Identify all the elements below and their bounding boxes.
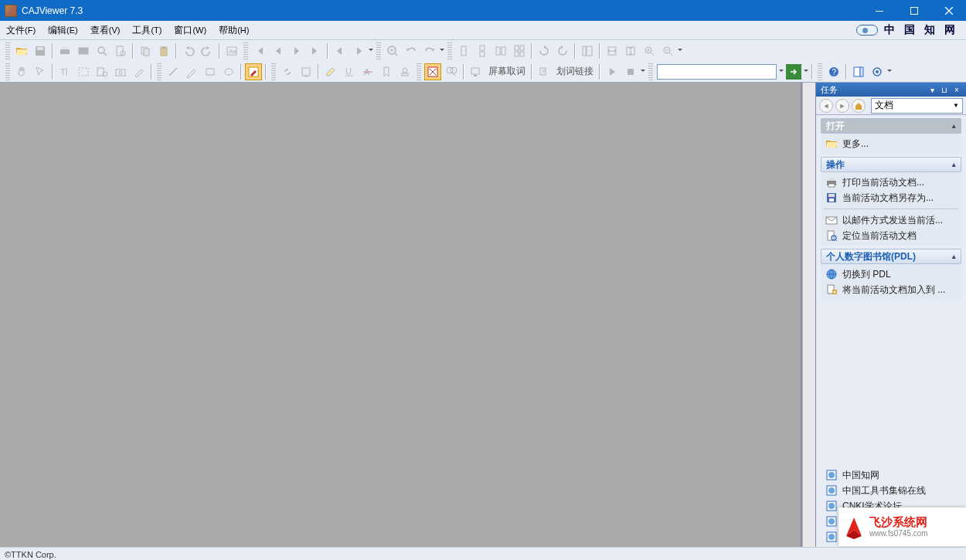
- grip-icon[interactable]: [376, 42, 381, 59]
- stop-button[interactable]: [622, 63, 639, 80]
- annotate-mode-button[interactable]: [245, 63, 262, 80]
- ops-locate-item[interactable]: 定位当前活动文档: [822, 228, 960, 243]
- rect-tool-button[interactable]: [202, 63, 219, 80]
- section-open-head[interactable]: 打开▴: [821, 118, 961, 134]
- ocr-select-button[interactable]: [94, 63, 111, 80]
- redo-button[interactable]: [199, 42, 216, 59]
- open-more-item[interactable]: 更多...: [822, 136, 960, 151]
- stamp-button[interactable]: [396, 63, 413, 80]
- grip-icon[interactable]: [818, 63, 822, 80]
- close-button[interactable]: [931, 0, 966, 21]
- menu-edit[interactable]: 编辑(E): [42, 21, 84, 40]
- menu-view[interactable]: 查看(V): [84, 21, 127, 40]
- help-button[interactable]: ?: [825, 63, 842, 80]
- continuous-page-button[interactable]: [474, 42, 491, 59]
- search-dropdown[interactable]: [778, 63, 784, 80]
- grip-icon[interactable]: [648, 63, 653, 80]
- hand-tool-button[interactable]: [13, 63, 30, 80]
- ellipse-tool-button[interactable]: [220, 63, 237, 80]
- zoom-out-button[interactable]: [659, 42, 676, 59]
- fit-width-button[interactable]: [604, 42, 621, 59]
- image-select-button[interactable]: [75, 63, 92, 80]
- zoom-fwd-button[interactable]: [421, 42, 438, 59]
- config-dropdown[interactable]: [886, 63, 893, 80]
- grip-icon[interactable]: [157, 63, 162, 80]
- line-tool-button[interactable]: [165, 63, 182, 80]
- continuous-facing-button[interactable]: [511, 42, 528, 59]
- bookmark-pane-button[interactable]: [579, 42, 596, 59]
- text-select-button[interactable]: T: [56, 63, 73, 80]
- copy-button[interactable]: [137, 42, 154, 59]
- next-page-button[interactable]: [288, 42, 305, 59]
- grip-icon[interactable]: [417, 63, 421, 80]
- zoom-dropdown[interactable]: [439, 42, 445, 59]
- zoom-tool-button[interactable]: [384, 42, 401, 59]
- highlight-button[interactable]: [322, 63, 339, 80]
- pdl-switch-item[interactable]: 切换到 PDL: [822, 266, 960, 282]
- search-go-button[interactable]: [786, 64, 801, 80]
- section-pdl-head[interactable]: 个人数字图书馆(PDL)▴: [821, 249, 961, 264]
- snapshot-button[interactable]: [112, 63, 129, 80]
- task-pin-icon[interactable]: ⊔: [940, 85, 949, 94]
- nav-back-button[interactable]: [332, 42, 349, 59]
- nav-fwd-button[interactable]: [350, 42, 367, 59]
- maximize-button[interactable]: [896, 0, 931, 21]
- nav-dropdown[interactable]: [368, 42, 374, 59]
- undo-button[interactable]: [180, 42, 197, 59]
- menu-window[interactable]: 窗口(W): [168, 21, 213, 40]
- link-cnki[interactable]: 中国知网: [822, 467, 960, 483]
- bookmark-button[interactable]: [378, 63, 395, 80]
- menu-file[interactable]: 文件(F): [0, 21, 42, 40]
- dict-lookup-button[interactable]: [443, 63, 460, 80]
- dict-toggle-button[interactable]: [424, 63, 441, 80]
- zoom-in-button[interactable]: [641, 42, 658, 59]
- config-button[interactable]: [869, 63, 886, 80]
- pencil-tool-button[interactable]: [183, 63, 200, 80]
- link-tools[interactable]: 中国工具书集锦在线: [822, 483, 960, 498]
- play-button[interactable]: [604, 63, 621, 80]
- facing-page-button[interactable]: [492, 42, 509, 59]
- note-tool-button[interactable]: [298, 63, 315, 80]
- screen-word-label[interactable]: 屏幕取词: [485, 65, 529, 78]
- grip-icon[interactable]: [243, 42, 248, 59]
- minimize-button[interactable]: [862, 0, 896, 21]
- find-button[interactable]: [112, 42, 129, 59]
- rotate-ccw-button[interactable]: [554, 42, 571, 59]
- screen-word-icon[interactable]: [468, 63, 485, 80]
- grip-icon[interactable]: [447, 42, 452, 59]
- print-button[interactable]: [56, 42, 73, 59]
- task-pane-button[interactable]: [850, 63, 867, 80]
- brand-label[interactable]: 中 国 知 网: [856, 23, 966, 37]
- word-link-label[interactable]: 划词链接: [553, 65, 597, 78]
- ops-print-item[interactable]: 打印当前活动文档...: [822, 175, 960, 190]
- fit-page-button[interactable]: [622, 42, 639, 59]
- single-page-button[interactable]: [455, 42, 472, 59]
- paste-button[interactable]: [155, 42, 172, 59]
- grip-icon[interactable]: [271, 63, 276, 80]
- task-home-button[interactable]: [852, 99, 866, 113]
- select-tool-button[interactable]: [32, 63, 49, 80]
- task-fwd-button[interactable]: ►: [835, 99, 849, 113]
- task-menu-icon[interactable]: ▾: [927, 85, 937, 94]
- search-go-dropdown[interactable]: [803, 63, 809, 80]
- search-input[interactable]: [657, 64, 777, 80]
- task-doc-select[interactable]: 文档▼: [871, 98, 963, 114]
- prev-page-button[interactable]: [270, 42, 287, 59]
- last-page-button[interactable]: [307, 42, 324, 59]
- task-back-button[interactable]: ◄: [819, 99, 833, 113]
- wand-button[interactable]: [131, 63, 148, 80]
- first-page-button[interactable]: [251, 42, 268, 59]
- search-doc-button[interactable]: [94, 42, 111, 59]
- ocr-button[interactable]: Aa: [223, 42, 240, 59]
- underline-button[interactable]: U: [341, 63, 358, 80]
- strike-button[interactable]: A: [359, 63, 376, 80]
- tts-dropdown[interactable]: [640, 63, 646, 80]
- zoom-level-dropdown[interactable]: [677, 42, 683, 59]
- menu-help[interactable]: 帮助(H): [213, 21, 255, 40]
- grip-icon[interactable]: [5, 63, 10, 80]
- grip-icon[interactable]: [5, 42, 10, 59]
- open-button[interactable]: [13, 42, 30, 59]
- save-button[interactable]: [32, 42, 49, 59]
- ops-saveas-item[interactable]: 当前活动文档另存为...: [822, 190, 960, 205]
- section-ops-head[interactable]: 操作▴: [821, 157, 961, 172]
